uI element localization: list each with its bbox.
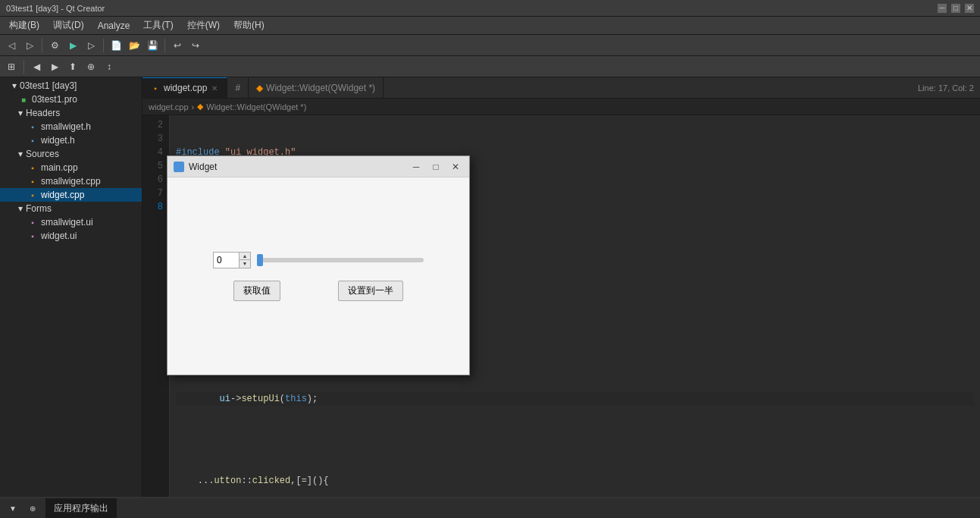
widget-maximize-btn[interactable]: □ — [428, 159, 443, 174]
line-num-2: 2 — [146, 118, 163, 132]
widget-half-btn[interactable]: 设置到一半 — [338, 281, 403, 301]
output-add-btn[interactable]: ⊕ — [24, 501, 41, 517]
output-tab-app[interactable]: 应用程序输出 — [46, 498, 117, 518]
widget-close-btn[interactable]: ✕ — [448, 159, 463, 174]
line-col-text: Line: 17, Col: 2 — [918, 83, 974, 93]
project-icon: ▾ — [12, 80, 17, 91]
sidebar-item-smallwiget-h[interactable]: ▪ smallwiget.h — [0, 120, 142, 133]
sidebar-item-widget-cpp[interactable]: ▪ widget.cpp — [0, 188, 142, 202]
menu-build[interactable]: 构建(B) — [3, 17, 45, 33]
open-file-btn[interactable]: 📂 — [126, 37, 142, 54]
tab-hash[interactable]: # — [227, 77, 249, 98]
sidebar-item-smallwiget-cpp[interactable]: ▪ smallwiget.cpp — [0, 174, 142, 188]
undo-btn[interactable]: ↩ — [169, 37, 186, 54]
line-col-indicator: Line: 17, Col: 2 — [912, 77, 980, 98]
title-bar: 03test1 [day3] - Qt Creator ─ □ ✕ — [0, 0, 980, 17]
main-layout: ▾ 03test1 [day3] ■ 03test1.pro ▾ Headers… — [0, 77, 980, 497]
filter-btn[interactable]: ⊞ — [3, 58, 20, 75]
redo-btn[interactable]: ↪ — [187, 37, 204, 54]
menu-help[interactable]: 帮助(H) — [227, 17, 271, 33]
menu-controls[interactable]: 控件(W) — [181, 17, 226, 33]
build-btn[interactable]: ⚙ — [46, 37, 63, 54]
maximize-button[interactable]: □ — [951, 4, 960, 13]
widget-slider-track[interactable] — [257, 258, 424, 262]
tab-widget-cpp-label: widget.cpp — [164, 83, 207, 93]
line-num-space3 — [146, 241, 163, 255]
spinbox-arrows: ▲ ▼ — [239, 253, 250, 268]
save-btn[interactable]: 💾 — [144, 37, 161, 54]
line-num-space4 — [146, 255, 163, 268]
window-controls: ─ □ ✕ — [938, 4, 974, 13]
tab-bar: ▪ widget.cpp ✕ # ◆ Widget::Widget(QWidge… — [142, 77, 980, 99]
line-num-7: 7 — [146, 187, 163, 200]
h-file-icon-2: ▪ — [27, 135, 38, 146]
tab-symbol[interactable]: ◆ Widget::Widget(QWidget *) — [249, 77, 384, 98]
debug-run-btn[interactable]: ▷ — [83, 37, 99, 54]
breadcrumb-filename: widget.cpp — [149, 102, 189, 111]
widget-controls-row: 0 ▲ ▼ — [213, 252, 424, 268]
line-num-6: 6 — [146, 173, 163, 187]
output-collapse-btn[interactable]: ▼ — [5, 501, 21, 517]
nav-up-btn[interactable]: ⬆ — [64, 58, 81, 75]
menu-debug[interactable]: 调试(D) — [47, 17, 90, 33]
main-cpp-label: main.cpp — [41, 162, 78, 173]
menu-bar: 构建(B) 调试(D) Analyze 工具(T) 控件(W) 帮助(H) — [0, 17, 980, 35]
line-num-space5 — [146, 268, 163, 282]
line-num-space — [146, 214, 163, 228]
sources-section[interactable]: ▾ Sources — [0, 147, 142, 161]
sidebar: ▾ 03test1 [day3] ■ 03test1.pro ▾ Headers… — [0, 77, 142, 497]
close-button[interactable]: ✕ — [965, 4, 974, 13]
sidebar-item-main-cpp[interactable]: ▪ main.cpp — [0, 161, 142, 174]
sidebar-item-widget-h[interactable]: ▪ widget.h — [0, 133, 142, 147]
window-title: 03test1 [day3] - Qt Creator — [6, 4, 105, 13]
forms-arrow: ▾ — [18, 203, 23, 214]
widget-get-btn[interactable]: 获取值 — [233, 281, 280, 301]
spinbox-up[interactable]: ▲ — [240, 253, 250, 260]
headers-label: Headers — [26, 108, 60, 118]
headers-section[interactable]: ▾ Headers — [0, 106, 142, 120]
nav-add-btn[interactable]: ⊕ — [83, 58, 99, 75]
forward-btn[interactable]: ▷ — [21, 37, 38, 54]
run-btn[interactable]: ▶ — [64, 37, 81, 54]
project-root[interactable]: ▾ 03test1 [day3] — [0, 79, 142, 93]
sidebar-item-widget-ui[interactable]: ▪ widget.ui — [0, 229, 142, 243]
nav-back-btn[interactable]: ◀ — [28, 58, 45, 75]
back-btn[interactable]: ◁ — [3, 37, 20, 54]
toolbar-sep-1 — [42, 39, 42, 52]
headers-arrow: ▾ — [18, 108, 23, 118]
widget-title-bar: Widget ─ □ ✕ — [168, 156, 469, 177]
nav-sync-btn[interactable]: ↕ — [101, 58, 117, 75]
cpp-file-icon-1: ▪ — [27, 162, 38, 173]
widget-buttons-row: 获取值 设置到一半 — [233, 281, 403, 301]
breadcrumb-symbol-icon: ◆ — [197, 102, 203, 111]
toolbar-sep-2 — [103, 39, 104, 52]
widget-cpp-label: widget.cpp — [41, 190, 84, 200]
pro-file-icon: ■ — [18, 94, 29, 105]
ui-file-icon-1: ▪ — [27, 217, 38, 228]
sources-arrow: ▾ — [18, 149, 23, 159]
pro-file[interactable]: ■ 03test1.pro — [0, 93, 142, 106]
line-num-4: 4 — [146, 146, 163, 159]
sidebar-item-smallwiget-ui[interactable]: ▪ smallwiget.ui — [0, 215, 142, 229]
toolbar-sep-3 — [164, 39, 165, 52]
line-num-3: 3 — [146, 132, 163, 146]
spinbox-down[interactable]: ▼ — [240, 260, 250, 268]
line-numbers: 2 3 4 5 6 7 8 — [142, 115, 170, 497]
tab-widget-cpp-close[interactable]: ✕ — [210, 83, 219, 93]
menu-tools[interactable]: 工具(T) — [137, 17, 179, 33]
pro-file-label: 03test1.pro — [32, 94, 77, 105]
new-file-btn[interactable]: 📄 — [108, 37, 124, 54]
widget-minimize-btn[interactable]: ─ — [409, 159, 424, 174]
widget-slider-handle[interactable] — [257, 254, 263, 266]
menu-analyze[interactable]: Analyze — [92, 19, 136, 33]
nav-forward-btn[interactable]: ▶ — [46, 58, 63, 75]
tab-hash-label: # — [235, 83, 240, 93]
tab-widget-cpp[interactable]: ▪ widget.cpp ✕ — [142, 77, 227, 98]
widget-popup: Widget ─ □ ✕ 0 ▲ ▼ 获取值 设置到一半 — [167, 155, 470, 375]
widget-spinbox[interactable]: 0 ▲ ▼ — [213, 252, 251, 268]
line-num-5: 5 — [146, 159, 163, 173]
editor-breadcrumb: widget.cpp › ◆ Widget::Widget(QWidget *) — [142, 99, 980, 115]
minimize-button[interactable]: ─ — [938, 4, 947, 13]
forms-section[interactable]: ▾ Forms — [0, 202, 142, 215]
h-file-icon-1: ▪ — [27, 121, 38, 132]
